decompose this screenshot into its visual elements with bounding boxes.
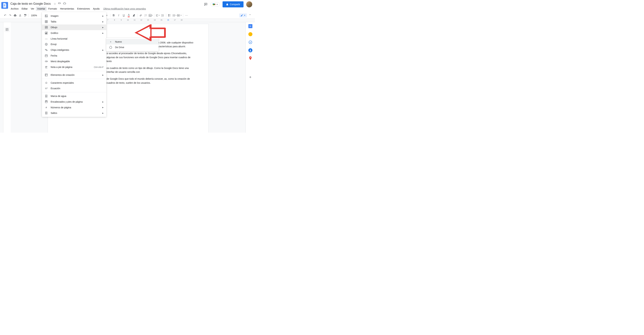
svg-rect-1 (4, 5, 5, 6)
paragraph: si accedes al procesador de textos de Go… (106, 52, 193, 63)
svg-rect-70 (46, 112, 47, 113)
image-icon (44, 14, 48, 18)
submenu-arrow-icon: ▶ (102, 49, 104, 51)
menu-format[interactable]: Formato (47, 7, 58, 11)
comments-icon[interactable] (204, 2, 208, 6)
contacts-icon[interactable] (248, 48, 252, 52)
menu-item-watermark[interactable]: AMarca de agua (42, 93, 106, 99)
line-spacing-button[interactable] (160, 13, 165, 18)
more-button[interactable]: ⋯ (184, 13, 189, 18)
menu-item-building-blocks[interactable]: Elementos de creación▶ (42, 72, 106, 78)
menu-item-headers-footers[interactable]: Encabezados y pies de página▶ (42, 99, 106, 104)
editing-mode-button[interactable]: ▼ (239, 14, 247, 18)
menu-item-break[interactable]: Saltos▶ (42, 110, 106, 116)
share-button[interactable]: Compartir (222, 1, 244, 8)
submenu-arrow-icon: ▶ (102, 112, 104, 114)
bulleted-list-button[interactable]: ▼ (172, 13, 177, 18)
menu-item-dropdown[interactable]: Menú desplegable (42, 58, 106, 64)
menu-extensions[interactable]: Extensiones (76, 7, 91, 11)
italic-button[interactable]: I (116, 13, 121, 18)
horizontal-ruler[interactable]: 789 101112 131415 161718 (0, 19, 255, 22)
last-modification[interactable]: Última modificación hace unos segundos (103, 8, 146, 10)
svg-point-34 (249, 41, 252, 44)
submenu-arrow-icon: ▶ (102, 21, 104, 23)
spellcheck-button[interactable]: A (18, 13, 22, 18)
menu-item-date[interactable]: Fecha (42, 53, 106, 58)
submenu-item-new[interactable]: +Nuevo (106, 39, 159, 44)
maps-icon[interactable] (248, 56, 252, 60)
add-addon-button[interactable]: + (248, 75, 252, 79)
underline-button[interactable]: U (122, 13, 126, 18)
menu-item-table[interactable]: Tabla▶ (42, 19, 106, 24)
link-button[interactable] (138, 13, 143, 18)
menu-help[interactable]: Ayuda (92, 7, 101, 11)
menu-item-emoji[interactable]: Emoji (42, 42, 106, 47)
calendar-icon[interactable]: 31 (248, 24, 252, 28)
vertical-ruler[interactable] (0, 22, 3, 133)
insert-image-button[interactable]: ▼ (148, 13, 153, 18)
document-title[interactable]: Caja de texto en Google Docs (10, 2, 52, 6)
menu-item-image[interactable]: Imagen▶ (42, 13, 106, 19)
menu-item-special-chars[interactable]: ΩCaracteres especiales (42, 80, 106, 86)
menu-item-smart-chips[interactable]: Chips inteligentes▶ (42, 47, 106, 53)
collapse-toolbar-button[interactable]: ⌃ (248, 13, 252, 18)
redo-button[interactable]: ↷ (8, 13, 12, 18)
hash-icon: # (44, 106, 48, 109)
submenu-arrow-icon: ▶ (102, 15, 104, 17)
svg-point-38 (46, 15, 46, 16)
chips-icon (44, 48, 48, 52)
highlight-button[interactable] (132, 13, 136, 18)
blocks-icon (44, 74, 48, 76)
chart-icon (44, 32, 48, 34)
svg-rect-0 (4, 4, 5, 5)
drawing-icon (44, 26, 48, 29)
hr-icon: — (44, 37, 48, 40)
text-color-button[interactable]: A (126, 13, 131, 18)
omega-icon: Ω (44, 81, 48, 84)
meet-button[interactable]: ▼ (210, 2, 220, 6)
svg-text:A: A (46, 96, 46, 96)
menu-item-footnote[interactable]: Nota a pie de páginaCtrl+Alt+F (42, 64, 106, 70)
star-icon[interactable]: ☆ (54, 2, 56, 5)
bold-button[interactable]: B (111, 13, 116, 18)
app-header: Caja de texto en Google Docs ☆ Archivo E… (0, 0, 255, 12)
undo-button[interactable]: ↶ (3, 13, 8, 18)
drive-icon (109, 46, 112, 49)
keep-icon[interactable] (248, 32, 252, 36)
submenu-item-from-drive[interactable]: De Drive (106, 44, 159, 50)
move-icon[interactable] (58, 2, 61, 6)
tasks-icon[interactable] (248, 40, 252, 44)
svg-point-36 (250, 57, 251, 58)
menubar: Archivo Editar Ver Insertar Formato Herr… (10, 7, 204, 11)
menu-item-page-numbers[interactable]: #Números de página▶ (42, 104, 106, 110)
zoom-select[interactable]: 100% (30, 14, 38, 17)
svg-rect-54 (45, 55, 48, 57)
equation-icon: π² (44, 87, 48, 90)
menu-insert[interactable]: Insertar (36, 7, 46, 11)
menu-item-chart[interactable]: Gráfico▶ (42, 30, 106, 36)
docs-logo[interactable] (1, 2, 8, 9)
svg-text:3: 3 (178, 16, 178, 16)
menu-edit[interactable]: Editar (20, 7, 29, 11)
svg-rect-16 (168, 16, 169, 16)
paint-format-button[interactable] (23, 13, 28, 18)
svg-point-53 (46, 50, 48, 51)
insert-menu-dropdown: Imagen▶ Tabla▶ Dibujo▶ Gráfico▶ —Línea h… (42, 12, 106, 117)
menu-item-hr[interactable]: —Línea horizontal (42, 36, 106, 42)
menu-view[interactable]: Ver (29, 7, 36, 11)
dropdown-icon (44, 60, 48, 63)
show-outline-button[interactable] (5, 27, 10, 32)
checklist-button[interactable] (167, 13, 172, 18)
align-button[interactable]: ▼ (155, 13, 160, 18)
menu-item-drawing[interactable]: Dibujo▶ (42, 24, 106, 30)
print-button[interactable] (13, 13, 18, 18)
numbered-list-button[interactable]: 123▼ (177, 13, 182, 18)
menu-tools[interactable]: Herramientas (59, 7, 76, 11)
add-comment-button[interactable] (144, 13, 148, 18)
paragraph: de Google Docs que todo el mundo debería… (106, 77, 193, 85)
user-avatar[interactable] (246, 1, 252, 8)
menu-file[interactable]: Archivo (10, 7, 20, 11)
menu-item-equation[interactable]: π²Ecuación (42, 86, 106, 91)
cloud-status-icon[interactable] (63, 2, 66, 6)
svg-rect-7 (213, 4, 214, 5)
